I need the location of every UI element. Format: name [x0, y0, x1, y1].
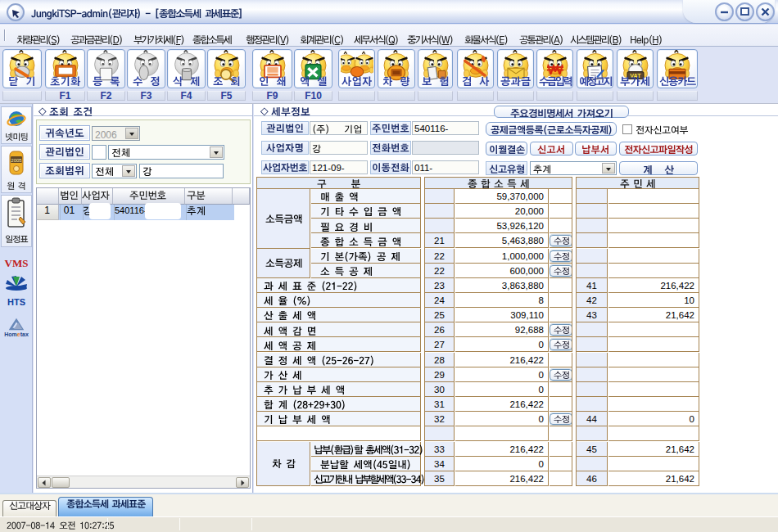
svg-text:Hometax: Hometax — [4, 331, 29, 337]
svg-text:2005: 2005 — [11, 158, 22, 163]
